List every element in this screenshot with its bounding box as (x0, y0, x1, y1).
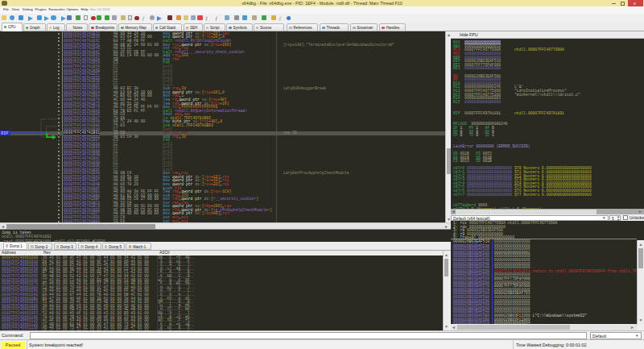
svg-text:RIP: RIP (1, 131, 8, 136)
